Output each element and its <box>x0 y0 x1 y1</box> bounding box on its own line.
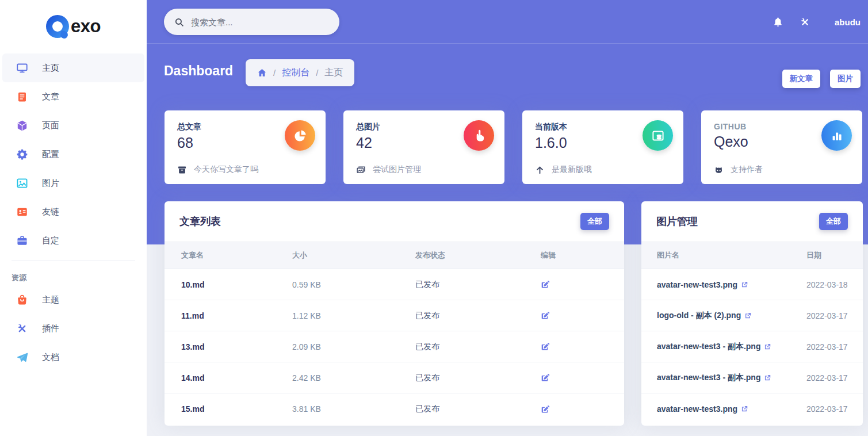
image-date: 2022-03-17 <box>806 342 863 351</box>
document-icon <box>16 91 28 103</box>
briefcase-icon <box>16 235 28 247</box>
post-name: 10.md <box>181 280 292 289</box>
sidebar-item-home[interactable]: 主页 <box>2 53 144 82</box>
table-row: avatar-new-test3 - 副本.png 2022-03-17 <box>641 362 863 393</box>
new-post-button[interactable]: 新文章 <box>782 70 821 88</box>
stat-card-version: 当前版本 1.6.0 是最新版哦 <box>522 110 683 184</box>
arrow-up-icon <box>535 165 545 175</box>
images-button[interactable]: 图片 <box>830 70 861 88</box>
image-date: 2022-03-18 <box>806 280 863 289</box>
sidebar-item-plugins[interactable]: 插件 <box>0 314 147 343</box>
sidebar-item-themes[interactable]: 主题 <box>0 285 147 314</box>
breadcrumb-current: 主页 <box>324 67 343 79</box>
table-row: 11.md 1.12 KB 已发布 <box>165 300 624 331</box>
articles-all-button[interactable]: 全部 <box>580 213 609 230</box>
external-link-icon[interactable] <box>740 405 748 413</box>
topbar: abudu <box>147 0 868 44</box>
github-icon <box>714 165 724 175</box>
post-status: 已发布 <box>415 342 541 352</box>
search-bar[interactable] <box>164 9 339 35</box>
image-date: 2022-03-17 <box>806 404 863 414</box>
sidebar-item-label: 友链 <box>42 206 59 217</box>
post-name: 15.md <box>181 404 292 414</box>
sidebar-item-custom[interactable]: 自定 <box>0 226 147 255</box>
sidebar-item-friend-links[interactable]: 友链 <box>0 197 147 226</box>
sidebar-item-label: 文档 <box>42 352 59 363</box>
articles-panel-title: 文章列表 <box>179 215 221 228</box>
notifications-bell-icon[interactable] <box>773 17 783 28</box>
post-size: 2.09 KB <box>292 342 415 351</box>
stat-orb <box>643 120 673 151</box>
sidebar-item-docs[interactable]: 文档 <box>0 343 147 372</box>
sidebar-item-label: 插件 <box>42 323 59 334</box>
sidebar-item-images[interactable]: 图片 <box>0 169 147 197</box>
sidebar-item-posts[interactable]: 文章 <box>0 82 147 111</box>
post-name: 14.md <box>181 373 292 383</box>
id-card-icon <box>16 206 28 218</box>
breadcrumb-console[interactable]: 控制台 <box>282 67 309 79</box>
image-name[interactable]: avatar-new-test3 - 副本.png <box>657 373 760 383</box>
shopping-bag-icon <box>16 294 28 306</box>
column-header: 图片名 <box>657 250 806 261</box>
post-status: 已发布 <box>415 311 541 321</box>
sidebar-item-label: 自定 <box>42 235 59 246</box>
edit-icon[interactable] <box>541 280 550 289</box>
image-name[interactable]: logo-old - 副本 (2).png <box>657 311 741 321</box>
stat-caption: 今天你写文章了吗 <box>194 165 258 175</box>
edit-icon[interactable] <box>541 342 550 351</box>
tools-icon <box>16 323 28 335</box>
sidebar-divider <box>12 261 135 261</box>
stat-caption[interactable]: 支持作者 <box>731 165 763 175</box>
sidebar-item-label: 页面 <box>42 120 59 131</box>
image-date: 2022-03-17 <box>806 311 863 320</box>
post-size: 3.81 KB <box>292 404 415 414</box>
table-row: logo-old - 副本 (2).png 2022-03-17 <box>641 300 863 331</box>
stat-card-total-posts: 总文章 68 今天你写文章了吗 <box>165 110 326 184</box>
external-link-icon[interactable] <box>740 281 748 289</box>
post-size: 1.12 KB <box>292 311 415 320</box>
breadcrumb: / 控制台 / 主页 <box>246 59 354 86</box>
images-panel-title: 图片管理 <box>656 215 698 228</box>
edit-icon[interactable] <box>541 404 550 414</box>
brand-logo[interactable]: exo <box>0 12 147 41</box>
stat-caption: 尝试图片管理 <box>373 165 421 175</box>
post-size: 0.59 KB <box>292 280 415 289</box>
edit-icon[interactable] <box>541 373 550 383</box>
hand-pointer-icon <box>472 129 486 143</box>
image-name[interactable]: avatar-new-test3.png <box>657 404 737 414</box>
articles-table-header: 文章名 大小 发布状态 编辑 <box>165 242 624 269</box>
external-link-icon[interactable] <box>763 343 771 351</box>
username[interactable]: abudu <box>835 17 861 27</box>
column-header: 文章名 <box>181 250 292 261</box>
post-status: 已发布 <box>415 373 541 383</box>
image-name[interactable]: avatar-new-test3 - 副本.png <box>657 342 760 352</box>
column-header: 编辑 <box>541 250 624 261</box>
stat-card-github: GITHUB Qexo 支持作者 <box>701 110 862 184</box>
image-name[interactable]: avatar-new-test3.png <box>657 280 737 289</box>
table-row: avatar-new-test3 - 副本.png 2022-03-17 <box>641 331 863 362</box>
articles-panel: 文章列表 全部 文章名 大小 发布状态 编辑 10.md 0.59 KB 已发布… <box>165 201 624 426</box>
edit-icon[interactable] <box>541 311 550 320</box>
table-row: 10.md 0.59 KB 已发布 <box>165 269 624 300</box>
home-icon[interactable] <box>257 68 267 78</box>
external-link-icon[interactable] <box>744 312 752 320</box>
brand-logo-text: exo <box>71 16 101 37</box>
images-all-button[interactable]: 全部 <box>819 213 848 230</box>
bar-chart-icon <box>830 129 844 143</box>
sidebar-item-pages[interactable]: 页面 <box>0 111 147 140</box>
post-name: 11.md <box>181 311 292 320</box>
main-content: Dashboard / 控制台 / 主页 新文章 图片 总文章 68 今天你写文… <box>147 44 868 436</box>
external-link-icon[interactable] <box>763 374 771 382</box>
archive-icon <box>177 165 187 175</box>
coins-icon <box>651 129 665 143</box>
search-input[interactable] <box>191 17 323 27</box>
settings-tools-icon[interactable] <box>800 17 810 28</box>
images-table-header: 图片名 日期 <box>641 242 863 269</box>
sidebar-item-label: 文章 <box>42 91 59 102</box>
table-row: 15.md 3.81 KB 已发布 <box>165 393 624 424</box>
search-icon <box>174 17 184 27</box>
image-icon <box>16 177 28 189</box>
sidebar-item-config[interactable]: 配置 <box>0 140 147 169</box>
post-status: 已发布 <box>415 280 541 290</box>
qexo-logo-icon <box>46 15 69 38</box>
